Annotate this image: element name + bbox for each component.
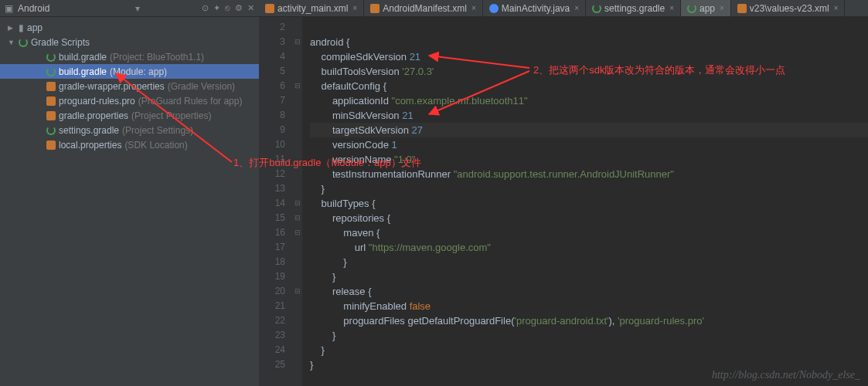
tool-action-4[interactable]: ⚙: [235, 3, 243, 13]
code-line[interactable]: targetSdkVersion 27: [310, 123, 868, 137]
tree-item-2[interactable]: build.gradle (Project: BlueTooth1.1): [0, 49, 259, 64]
fold-toggle: [293, 93, 302, 108]
tab-label: settings.gradle: [604, 3, 665, 14]
line-number: 23: [259, 328, 285, 343]
editor-tab-2[interactable]: MainActivity.java×: [483, 0, 586, 16]
tree-label: gradle-wrapper.properties: [59, 81, 165, 92]
code-line[interactable]: minSdkVersion 21: [310, 108, 868, 123]
tree-item-6[interactable]: gradle.properties (Project Properties): [0, 108, 259, 123]
tree-label: build.gradle: [59, 52, 107, 63]
line-number: 19: [259, 269, 285, 284]
code-line[interactable]: release {: [310, 284, 868, 299]
fold-toggle: [293, 328, 302, 343]
close-icon[interactable]: ×: [471, 4, 476, 12]
tool-action-3[interactable]: ⎋: [225, 3, 230, 13]
code-line[interactable]: minifyEnabled false: [310, 299, 868, 313]
tab-label: AndroidManifest.xml: [383, 3, 467, 14]
code-line[interactable]: buildToolsVersion '27.0.3': [310, 64, 868, 79]
folder-icon: ▮: [19, 22, 24, 33]
fold-toggle[interactable]: ⊟: [293, 196, 302, 211]
code-area[interactable]: android { compileSdkVersion 21 buildTool…: [302, 17, 868, 386]
fold-toggle: [293, 123, 302, 137]
fold-toggle: [293, 64, 302, 79]
code-line[interactable]: }: [310, 269, 868, 284]
line-number: 9: [259, 123, 285, 137]
project-sidebar: ▶▮app▼Gradle Scriptsbuild.gradle (Projec…: [0, 17, 259, 386]
expand-arrow-icon[interactable]: ▶: [8, 24, 15, 32]
close-icon[interactable]: ×: [352, 4, 357, 12]
line-gutter: 2345678910111213141516171819202122232425: [259, 17, 293, 386]
fold-toggle: [293, 299, 302, 313]
code-line[interactable]: compileSdkVersion 21: [310, 49, 868, 64]
tree-label: gradle.properties: [59, 110, 128, 121]
code-line[interactable]: android {: [310, 35, 868, 49]
line-number: 16: [259, 225, 285, 240]
code-line[interactable]: }: [310, 181, 868, 196]
tree-item-8[interactable]: local.properties (SDK Location): [0, 137, 259, 152]
code-line[interactable]: }: [310, 255, 868, 269]
tree-item-4[interactable]: gradle-wrapper.properties (Gradle Versio…: [0, 79, 259, 93]
code-line[interactable]: }: [310, 328, 868, 343]
fold-toggle: [293, 255, 302, 269]
top-bar: ▣ Android ▾ ⊙ ✦ ⎋ ⚙ ✕ activity_main.xml×…: [0, 0, 868, 17]
code-line[interactable]: repositories {: [310, 211, 868, 225]
editor-tab-1[interactable]: AndroidManifest.xml×: [364, 0, 483, 16]
code-line[interactable]: }: [310, 343, 868, 357]
fold-toggle[interactable]: ⊟: [293, 35, 302, 49]
fold-toggle[interactable]: ⊟: [293, 225, 302, 240]
editor-tab-3[interactable]: settings.gradle×: [586, 0, 681, 16]
tool-action-1[interactable]: ⊙: [202, 3, 209, 13]
line-number: 13: [259, 181, 285, 196]
java-icon: [489, 4, 499, 13]
fold-toggle: [293, 240, 302, 255]
fold-toggle[interactable]: ⊟: [293, 79, 302, 93]
code-line[interactable]: [310, 20, 868, 35]
code-line[interactable]: proguardFiles getDefaultProguardFile('pr…: [310, 313, 868, 328]
close-icon[interactable]: ×: [834, 4, 839, 12]
expand-arrow-icon[interactable]: ▼: [8, 39, 15, 46]
line-number: 24: [259, 343, 285, 357]
code-line[interactable]: testInstrumentationRunner "android.suppo…: [310, 167, 868, 181]
tree-label-dim: (Project: BlueTooth1.1): [110, 52, 204, 63]
line-number: 5: [259, 64, 285, 79]
editor-tab-4[interactable]: app×: [681, 0, 731, 16]
fold-toggle[interactable]: ⊟: [293, 284, 302, 299]
editor-tab-5[interactable]: v23\values-v23.xml×: [731, 0, 846, 16]
close-icon[interactable]: ×: [720, 4, 724, 12]
xml-icon: [737, 4, 747, 13]
fold-column: ⊟⊟⊟⊟⊟⊟: [293, 17, 302, 386]
line-number: 11: [259, 152, 285, 167]
tree-item-5[interactable]: proguard-rules.pro (ProGuard Rules for a…: [0, 93, 259, 108]
tree-label: local.properties: [59, 140, 121, 151]
dropdown-icon[interactable]: ▾: [135, 3, 140, 14]
code-line[interactable]: url "https://maven.google.com": [310, 240, 868, 255]
fold-toggle: [293, 167, 302, 181]
tree-item-7[interactable]: settings.gradle (Project Settings): [0, 123, 259, 137]
code-line[interactable]: buildTypes {: [310, 196, 868, 211]
code-line[interactable]: maven {: [310, 225, 868, 240]
tool-window-header[interactable]: ▣ Android ▾ ⊙ ✦ ⎋ ⚙ ✕: [0, 0, 259, 16]
code-line[interactable]: defaultConfig {: [310, 79, 868, 93]
code-line[interactable]: versionName "1.0": [310, 152, 868, 167]
tree-label-dim: (Project Settings): [122, 125, 193, 136]
close-icon[interactable]: ×: [574, 4, 579, 12]
tree-item-3[interactable]: build.gradle (Module: app): [0, 64, 259, 79]
tool-action-hide[interactable]: ✕: [247, 3, 254, 13]
editor-tab-0[interactable]: activity_main.xml×: [259, 0, 364, 16]
tree-item-1[interactable]: ▼Gradle Scripts: [0, 35, 259, 49]
fold-toggle: [293, 343, 302, 357]
tree-item-0[interactable]: ▶▮app: [0, 20, 259, 35]
fold-toggle: [293, 269, 302, 284]
tree-label-dim: (Project Properties): [131, 110, 211, 121]
tree-label: Gradle Scripts: [31, 37, 90, 48]
tree-label-dim: (SDK Location): [124, 140, 187, 151]
tool-action-2[interactable]: ✦: [213, 3, 220, 13]
close-icon[interactable]: ×: [669, 4, 674, 12]
line-number: 22: [259, 313, 285, 328]
code-editor[interactable]: 2345678910111213141516171819202122232425…: [259, 17, 868, 386]
fold-toggle[interactable]: ⊟: [293, 211, 302, 225]
line-number: 18: [259, 255, 285, 269]
code-line[interactable]: applicationId "com.example.mr.bluetooth1…: [310, 93, 868, 108]
code-line[interactable]: versionCode 1: [310, 137, 868, 152]
editor-tabs: activity_main.xml×AndroidManifest.xml×Ma…: [259, 0, 868, 16]
